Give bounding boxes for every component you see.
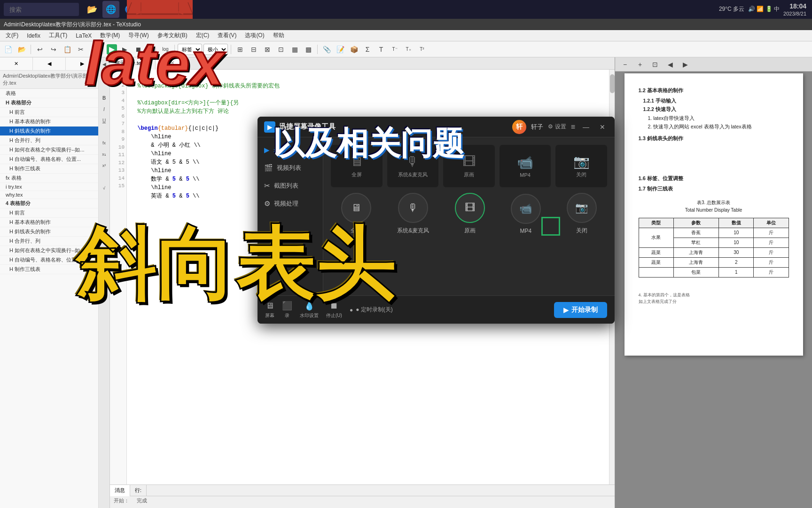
sidebar-item-2[interactable]: H 前言 (0, 108, 98, 117)
status-tab-line[interactable]: 行: (130, 485, 147, 496)
pdf-zoom-out[interactable]: − (619, 58, 631, 71)
screen-opt-audio[interactable]: 🎙 系统&麦克风 (397, 193, 429, 235)
menu-math[interactable]: 数学(M) (96, 31, 124, 40)
sidebar-item-h3b[interactable]: H 斜线表头的制作 (0, 227, 98, 237)
sidebar-nav-left[interactable]: ◀ (33, 57, 66, 70)
toolbar-paste[interactable]: 📌 (88, 43, 101, 56)
menu-tools[interactable]: 工具(T) (45, 31, 71, 40)
toolbar-tag-select[interactable]: 标签 (178, 44, 202, 55)
sidebar-item-0[interactable]: 表格 (0, 89, 98, 98)
sidebar-item-fx[interactable]: fx 表格 (0, 174, 98, 183)
sidebar-item-h6b[interactable]: H 自动编号、表格名称、位置... (0, 255, 98, 265)
dialog-close-btn[interactable]: ✕ (597, 121, 608, 133)
menu-idefix[interactable]: Idefix (23, 32, 44, 40)
toolbar-sym[interactable]: Σ (361, 43, 374, 56)
sidebar-item-1[interactable]: H 表格部分 (0, 98, 98, 108)
menu-view[interactable]: 查看(V) (214, 31, 240, 40)
toolbar-open[interactable]: 📂 (16, 43, 28, 56)
dialog-minimize-btn[interactable]: — (580, 121, 592, 133)
menu-ref[interactable]: 参考文献(B) (154, 31, 191, 40)
start-record-button[interactable]: ▶ 开始录制 (554, 302, 607, 318)
pdf-fit[interactable]: ⊡ (649, 58, 661, 71)
left-icon-B[interactable]: B (100, 93, 109, 103)
left-icon-nav2[interactable]: ▶ (100, 71, 109, 80)
left-icon-x1[interactable]: x₁ (100, 150, 109, 159)
toolbar-copy[interactable]: 📋 (61, 43, 73, 56)
sidebar-item-try[interactable]: i try.tex (0, 183, 98, 191)
toolbar-log[interactable]: log (159, 43, 172, 56)
sidebar-nav-right[interactable]: ▶ (66, 57, 98, 70)
toolbar-t1[interactable]: T (375, 43, 387, 56)
toolbar-table6[interactable]: ▩ (302, 43, 314, 56)
thumb-fullscreen[interactable]: 🖥 全屏 (331, 145, 383, 187)
menu-nav[interactable]: 导寻(W) (125, 31, 152, 40)
menu-latex[interactable]: LaTeX (72, 32, 95, 40)
menu-macro[interactable]: 宏(C) (192, 31, 213, 40)
toolbar-cite[interactable]: 📝 (334, 43, 346, 56)
toolbar-table4[interactable]: ⊡ (275, 43, 287, 56)
sidebar-item-3[interactable]: H 基本表格的制作 (0, 117, 98, 127)
toolbar-undo[interactable]: ↩ (34, 43, 46, 56)
code-scrollbar-thumb[interactable] (610, 74, 615, 93)
toolbar-pdf[interactable]: 📖 (146, 43, 158, 56)
sidebar-item-h7b[interactable]: H 制作三线表 (0, 265, 98, 274)
toolbar-t4[interactable]: T² (416, 43, 428, 56)
sidebar-item-4[interactable]: H 斜线表头的制作 (0, 127, 98, 136)
toolbar-compile-green[interactable]: ▶ (107, 44, 117, 55)
dialog-sidebar-screenshot[interactable]: ✂ 截图列表 (258, 177, 323, 195)
left-icon-x2[interactable]: x² (100, 161, 109, 170)
screen-opt-fullscreen[interactable]: 🖥 全屏 (341, 193, 371, 235)
sidebar-item-6[interactable]: H 如何在表格之中实现换行--如... (0, 145, 98, 155)
timer-toggle[interactable]: ● ● 定时录制(关) (350, 306, 393, 314)
taskbar-app-edge[interactable]: 🌐 (102, 1, 119, 18)
toolbar-t2[interactable]: T⁻ (389, 43, 401, 56)
sidebar-item-h5b[interactable]: H 如何在表格之中实现换行--如... (0, 246, 98, 255)
screen-opt-format[interactable]: 📹 MP4 (511, 194, 541, 234)
editor-tab-main-close[interactable]: ✕ (170, 60, 175, 66)
left-icon-I[interactable]: I (100, 104, 109, 114)
sidebar-item-4b[interactable]: 4 表格部分 (0, 199, 98, 208)
screen-opt-quality[interactable]: 🎞 原画 (455, 193, 485, 235)
toolbar-table1[interactable]: ⊞ (234, 43, 246, 56)
thumb-quality[interactable]: 🎞 原画 (443, 145, 495, 187)
toolbar-table2[interactable]: ⊟ (248, 43, 260, 56)
thumb-format[interactable]: 📹 MP4 (500, 145, 551, 187)
pdf-prev[interactable]: ◀ (664, 58, 676, 71)
toolbar-table5[interactable]: ▦ (289, 43, 301, 56)
menu-options[interactable]: 选项(O) (241, 31, 268, 40)
toolbar-redo[interactable]: ↪ (47, 43, 60, 56)
dialog-sidebar-videolist[interactable]: 🎬 视频列表 (258, 159, 323, 177)
sidebar-item-7[interactable]: H 自动编号、表格名称、位置... (0, 155, 98, 164)
screen-opt-camera[interactable]: 📷 关闭 (567, 193, 597, 235)
toolbar-new[interactable]: 📄 (2, 43, 14, 56)
left-icon-nav[interactable]: ◀ (100, 59, 109, 69)
toolbar-ref[interactable]: 📎 (320, 43, 333, 56)
sidebar-item-h2b[interactable]: H 基本表格的制作 (0, 218, 98, 227)
thumb-audio[interactable]: 🎙 系统&麦克风 (387, 145, 439, 187)
toolbar-env[interactable]: 📦 (348, 43, 360, 56)
bottom-tool-screen[interactable]: 🖥 屏幕 (265, 301, 274, 319)
menu-file[interactable]: 文(F) (2, 31, 22, 40)
toolbar-size-select[interactable]: 极小 (203, 44, 228, 55)
dialog-settings-link[interactable]: ⚙ 设置 (548, 123, 566, 131)
thumb-camera[interactable]: 📷 关闭 (555, 145, 607, 187)
toolbar-cut[interactable]: ✂ (75, 43, 87, 56)
taskbar-app-folder[interactable]: 📂 (84, 1, 101, 18)
status-tab-messages[interactable]: 消息 (110, 485, 130, 496)
search-input[interactable] (4, 3, 79, 16)
dialog-sidebar-videoprocess[interactable]: ⚙ 视频处理 (258, 195, 323, 213)
toolbar-t3[interactable]: T₊ (402, 43, 414, 56)
left-icon-sqrt[interactable]: √ (100, 183, 109, 193)
sidebar-item-8[interactable]: H 制作三线表 (0, 164, 98, 174)
toolbar-table3[interactable]: ⊠ (261, 43, 273, 56)
bottom-tool-watermark[interactable]: 💧 水印设置 (300, 301, 319, 319)
dialog-menu-icon[interactable]: ≡ (571, 123, 575, 131)
dialog-sidebar-record[interactable]: ▶ 录制 (258, 141, 323, 159)
left-icon-U[interactable]: U (100, 116, 109, 125)
pdf-zoom-in[interactable]: + (634, 58, 646, 71)
menu-help[interactable]: 帮助 (269, 31, 288, 40)
sidebar-item-5[interactable]: H 合并行、列 (0, 136, 98, 145)
sidebar-item-why[interactable]: why.tex (0, 191, 98, 199)
sidebar-item-h1b[interactable]: H 前言 (0, 208, 98, 218)
editor-tab-demo[interactable]: 演示部分.tex ✕ (110, 57, 156, 70)
